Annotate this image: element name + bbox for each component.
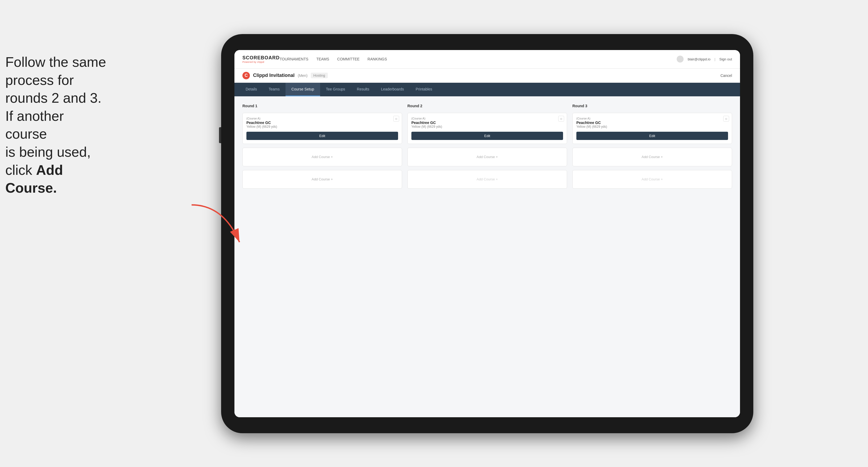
round-3-add-course-2[interactable]: Add Course + [572, 170, 732, 189]
tab-teams[interactable]: Teams [263, 83, 285, 96]
user-avatar [677, 56, 684, 63]
content-area: Round 1 ○ (Course A) Peachtree GC Yellow… [235, 96, 740, 417]
nav-links: TOURNAMENTS TEAMS COMMITTEE RANKINGS [280, 56, 677, 63]
round-1-delete-btn[interactable]: ○ [393, 116, 399, 122]
instruction-line4: If another course [5, 108, 64, 142]
clippd-logo: C [242, 72, 250, 79]
tab-results[interactable]: Results [351, 83, 375, 96]
round-2-course-card-1: ○ (Course A) Peachtree GC Yellow (M) (66… [407, 113, 567, 144]
round-3-add-course-1[interactable]: Add Course + [572, 148, 732, 166]
round-1-course-label: (Course A) [246, 117, 398, 120]
round-1-add-course-label-1: Add Course + [312, 155, 333, 159]
round-1-title: Round 1 [242, 104, 402, 108]
tablet-screen: SCOREBOARD Powered by clippd TOURNAMENTS… [235, 50, 740, 417]
tab-bar: Details Teams Course Setup Tee Groups Re… [235, 83, 740, 96]
round-2-course-label: (Course A) [411, 117, 563, 120]
round-1-add-course-2[interactable]: Add Course + [242, 170, 402, 189]
sub-header-left: C Clippd Invitational (Men) Hosting [242, 72, 328, 79]
instruction-line5: is being used, [5, 144, 91, 160]
nav-divider: | [714, 57, 715, 61]
brand-title: SCOREBOARD [242, 55, 280, 61]
round-3-delete-btn[interactable]: ○ [723, 116, 729, 122]
round-2-edit-button[interactable]: Edit [411, 132, 563, 140]
sign-out-link[interactable]: Sign out [719, 57, 732, 61]
tournament-gender: (Men) [298, 73, 308, 78]
round-2-course-details: Yellow (M) (6629 yds) [411, 125, 563, 128]
tab-details[interactable]: Details [240, 83, 263, 96]
round-1-column: Round 1 ○ (Course A) Peachtree GC Yellow… [242, 104, 402, 189]
instruction-line2: process for [5, 72, 74, 88]
round-2-add-course-label-1: Add Course + [476, 155, 498, 159]
round-2-column: Round 2 ○ (Course A) Peachtree GC Yellow… [407, 104, 567, 189]
round-3-add-course-label-2: Add Course + [642, 177, 663, 181]
hosting-badge: Hosting [311, 73, 328, 78]
instruction-line3: rounds 2 and 3. [5, 90, 101, 106]
instruction-block: Follow the same process for rounds 2 and… [5, 53, 106, 197]
nav-teams[interactable]: TEAMS [316, 56, 329, 63]
round-1-course-card-1: ○ (Course A) Peachtree GC Yellow (M) (66… [242, 113, 402, 144]
tab-printables[interactable]: Printables [410, 83, 438, 96]
round-3-course-card-1: ○ (Course A) Peachtree GC Yellow (M) (66… [572, 113, 732, 144]
sub-header: C Clippd Invitational (Men) Hosting Canc… [235, 69, 740, 83]
round-3-edit-button[interactable]: Edit [576, 132, 728, 140]
round-3-column: Round 3 ○ (Course A) Peachtree GC Yellow… [572, 104, 732, 189]
nav-tournaments[interactable]: TOURNAMENTS [280, 56, 308, 63]
round-1-add-course-1[interactable]: Add Course + [242, 148, 402, 166]
round-3-title: Round 3 [572, 104, 732, 108]
nav-rankings[interactable]: RANKINGS [368, 56, 387, 63]
cancel-button[interactable]: Cancel [720, 73, 732, 78]
brand-logo: SCOREBOARD Powered by clippd [242, 55, 280, 63]
instruction-line1: Follow the same [5, 54, 106, 70]
rounds-container: Round 1 ○ (Course A) Peachtree GC Yellow… [242, 104, 732, 189]
nav-committee[interactable]: COMMITTEE [337, 56, 360, 63]
round-2-delete-btn[interactable]: ○ [558, 116, 564, 122]
instruction-line6: click [5, 162, 36, 178]
round-1-edit-button[interactable]: Edit [246, 132, 398, 140]
round-2-add-course-label-2: Add Course + [476, 177, 498, 181]
round-1-add-course-label-2: Add Course + [312, 177, 333, 181]
tab-leaderboards[interactable]: Leaderboards [375, 83, 410, 96]
round-2-title: Round 2 [407, 104, 567, 108]
round-1-course-details: Yellow (M) (6629 yds) [246, 125, 398, 128]
tab-course-setup[interactable]: Course Setup [285, 83, 320, 96]
tablet-frame: SCOREBOARD Powered by clippd TOURNAMENTS… [221, 34, 753, 433]
round-3-course-label: (Course A) [576, 117, 728, 120]
brand-sub: Powered by clippd [242, 61, 280, 63]
round-3-course-details: Yellow (M) (6629 yds) [576, 125, 728, 128]
tab-tee-groups[interactable]: Tee Groups [320, 83, 351, 96]
round-2-course-name: Peachtree GC [411, 121, 563, 125]
top-nav: SCOREBOARD Powered by clippd TOURNAMENTS… [235, 50, 740, 69]
round-3-course-name: Peachtree GC [576, 121, 728, 125]
round-2-add-course-2[interactable]: Add Course + [407, 170, 567, 189]
user-email: blair@clippd.io [688, 57, 710, 61]
round-1-course-name: Peachtree GC [246, 121, 398, 125]
nav-right: blair@clippd.io | Sign out [677, 56, 732, 63]
tournament-name: Clippd Invitational [253, 73, 294, 78]
round-3-add-course-label-1: Add Course + [642, 155, 663, 159]
round-2-add-course-1[interactable]: Add Course + [407, 148, 567, 166]
